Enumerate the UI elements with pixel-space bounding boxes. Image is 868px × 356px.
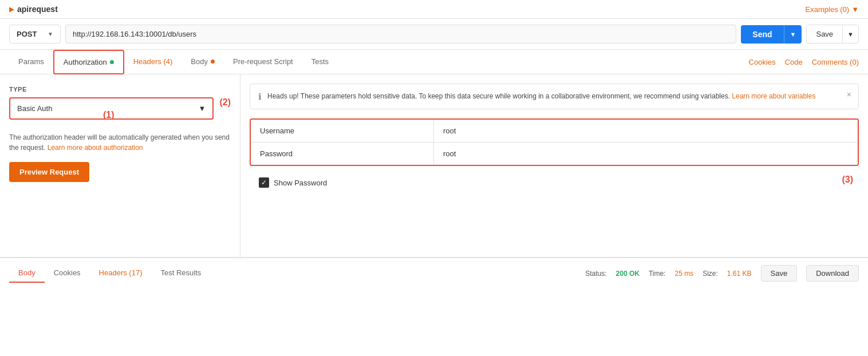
bottom-bar: Body Cookies Headers (17) Test Results S…	[0, 258, 868, 288]
show-password-label: Show Password	[274, 179, 327, 187]
username-input[interactable]	[434, 120, 858, 142]
tab-params[interactable]: Params	[9, 50, 53, 74]
left-panel: TYPE Basic Auth ▼ (2) The authorization …	[0, 74, 240, 257]
bottom-tab-headers[interactable]: Headers (17)	[90, 264, 152, 283]
password-row: Password	[251, 143, 858, 165]
tab-body[interactable]: Body	[182, 50, 224, 74]
size-value: 1.61 KB	[727, 270, 752, 278]
bottom-save-button[interactable]: Save	[761, 265, 798, 282]
size-label: Size:	[703, 270, 718, 278]
cookies-link[interactable]: Cookies	[749, 58, 776, 66]
tabs-row: Params Authorization Headers (4) Body Pr…	[0, 50, 868, 74]
alert-icon: ℹ	[258, 92, 262, 102]
alert-text: Heads up! These parameters hold sensitiv…	[267, 91, 850, 101]
tab-prerequest[interactable]: Pre-request Script	[224, 50, 302, 74]
credentials-box: Username Password	[250, 118, 859, 166]
bottom-tab-test-results[interactable]: Test Results	[151, 264, 210, 283]
type-value: Basic Auth	[17, 104, 52, 113]
time-label: Time:	[649, 270, 666, 278]
save-button[interactable]: Save	[807, 25, 842, 43]
body-dot	[211, 60, 215, 64]
authorization-dot	[110, 60, 114, 64]
url-input[interactable]	[65, 25, 736, 43]
url-bar: POST ▼ Send ▼ Save ▼	[0, 19, 868, 50]
api-name-label: apirequest	[17, 5, 58, 14]
examples-link[interactable]: Examples (0) ▼	[806, 5, 859, 14]
method-chevron-icon: ▼	[48, 31, 53, 37]
examples-dropdown-icon: ▼	[851, 5, 859, 14]
bottom-tabs: Body Cookies Headers (17) Test Results	[9, 264, 210, 283]
alert-box: ℹ Heads up! These parameters hold sensit…	[250, 84, 859, 109]
comments-link[interactable]: Comments (0)	[812, 58, 859, 66]
code-link[interactable]: Code	[785, 58, 803, 66]
show-password-row: ✓ Show Password	[250, 172, 336, 193]
type-label: TYPE	[9, 86, 231, 93]
learn-more-variables-link[interactable]: Learn more about variables	[732, 92, 815, 100]
api-name: ▶ apirequest	[9, 5, 58, 14]
annotation-2: (2)	[219, 97, 231, 108]
checkmark-icon: ✓	[261, 179, 267, 187]
save-btn-group: Save ▼	[806, 25, 859, 43]
status-area: Status: 200 OK Time: 25 ms Size: 1.61 KB…	[585, 265, 859, 282]
preview-request-button[interactable]: Preview Request	[9, 162, 89, 182]
username-row: Username	[251, 120, 858, 143]
main-content: TYPE Basic Auth ▼ (2) The authorization …	[0, 74, 868, 258]
method-select[interactable]: POST ▼	[9, 25, 61, 43]
send-btn-group: Send ▼	[741, 25, 802, 43]
status-label: Status:	[585, 270, 606, 278]
password-input[interactable]	[434, 143, 858, 165]
help-text: The authorization header will be automat…	[9, 132, 231, 153]
right-panel: ℹ Heads up! These parameters hold sensit…	[240, 74, 868, 257]
download-button[interactable]: Download	[806, 265, 859, 282]
send-button[interactable]: Send	[741, 25, 783, 43]
tab-tests[interactable]: Tests	[302, 50, 338, 74]
tabs-right: Cookies Code Comments (0)	[749, 58, 859, 66]
time-value: 25 ms	[674, 270, 693, 278]
bottom-tab-cookies[interactable]: Cookies	[45, 264, 90, 283]
save-dropdown-button[interactable]: ▼	[842, 25, 858, 43]
expand-arrow-icon[interactable]: ▶	[9, 6, 14, 13]
tab-authorization[interactable]: Authorization	[53, 50, 124, 74]
alert-close-icon[interactable]: ×	[847, 90, 851, 99]
annotation-1: (1)	[103, 110, 115, 120]
status-value: 200 OK	[616, 270, 640, 278]
show-password-checkbox[interactable]: ✓	[259, 177, 269, 188]
tab-headers[interactable]: Headers (4)	[124, 50, 182, 74]
annotation-3: (3)	[842, 175, 859, 185]
top-bar: ▶ apirequest Examples (0) ▼	[0, 0, 868, 19]
password-label: Password	[251, 143, 434, 165]
method-value: POST	[17, 30, 37, 38]
send-dropdown-button[interactable]: ▼	[784, 25, 802, 43]
bottom-tab-body[interactable]: Body	[9, 264, 45, 283]
learn-more-auth-link[interactable]: Learn more about authorization	[48, 144, 143, 152]
username-label: Username	[251, 120, 434, 142]
type-chevron-icon: ▼	[199, 104, 206, 113]
